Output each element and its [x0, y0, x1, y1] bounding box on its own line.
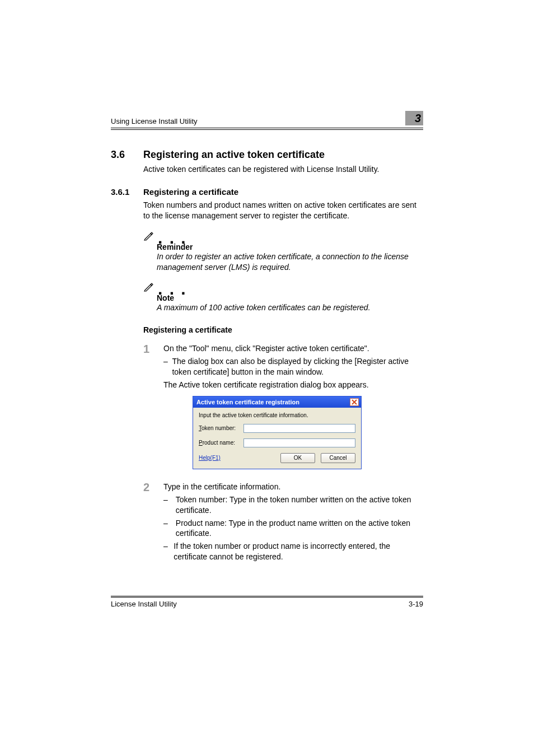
- dash-icon: –: [163, 518, 176, 539]
- dash-icon: –: [163, 541, 174, 562]
- step-number: 1: [143, 343, 163, 390]
- note-callout: . . . Note A maximum of 100 active token…: [143, 281, 423, 313]
- ok-button[interactable]: OK: [280, 453, 315, 463]
- product-name-input[interactable]: [243, 438, 355, 447]
- subsection-intro: Token numbers and product names written …: [143, 200, 423, 221]
- help-link[interactable]: Help(F1): [199, 455, 221, 461]
- product-name-label: Product name:: [199, 440, 243, 446]
- pencil-icon: [143, 281, 154, 292]
- dialog: Active token certificate registration In…: [193, 396, 362, 469]
- procedure-title: Registering a certificate: [143, 325, 423, 334]
- reminder-label: Reminder: [157, 242, 423, 251]
- subsection-title: Registering a certificate: [143, 187, 238, 197]
- dash-icon: –: [163, 494, 176, 516]
- step-after: The Active token certificate registratio…: [163, 380, 423, 390]
- dialog-titlebar[interactable]: Active token certificate registration: [193, 396, 361, 408]
- token-number-input[interactable]: [243, 424, 355, 433]
- pencil-icon: [143, 230, 154, 241]
- step-text: On the "Tool" menu, click "Register acti…: [163, 343, 423, 354]
- subsection-number: 3.6.1: [111, 187, 143, 197]
- dash-icon: –: [163, 356, 172, 377]
- step-number: 2: [143, 482, 163, 562]
- note-body: A maximum of 100 active token certificat…: [157, 302, 423, 313]
- step-subitem: The dialog box can also be displayed by …: [172, 356, 423, 377]
- breadcrumb: Using License Install Utility: [111, 114, 198, 125]
- section-title: Registering an active token certificate: [143, 149, 325, 161]
- close-icon: [352, 399, 357, 405]
- footer-product: License Install Utility: [111, 600, 177, 608]
- reminder-callout: . . . Reminder In order to register an a…: [143, 230, 423, 273]
- dialog-prompt: Input the active token certificate infor…: [199, 412, 355, 418]
- step-text: Type in the certificate information.: [163, 482, 423, 492]
- step-subitem: If the token number or product name is i…: [174, 541, 423, 562]
- footer-page: 3-19: [409, 600, 423, 608]
- ellipsis-icon: . . .: [158, 235, 187, 241]
- ellipsis-icon: . . .: [158, 286, 187, 292]
- reminder-body: In order to register an active token cer…: [157, 251, 423, 273]
- note-label: Note: [157, 293, 423, 302]
- chapter-badge: 3: [405, 111, 423, 125]
- step-subitem: Token number: Type in the token number w…: [176, 494, 423, 516]
- dialog-title: Active token certificate registration: [196, 399, 299, 405]
- token-number-label: Token number:: [199, 425, 243, 431]
- close-button[interactable]: [350, 398, 359, 406]
- step-subitem: Product name: Type in the product name w…: [176, 518, 423, 539]
- section-intro: Active token certificates can be registe…: [143, 164, 423, 175]
- cancel-button[interactable]: Cancel: [321, 453, 355, 463]
- section-number: 3.6: [111, 149, 143, 161]
